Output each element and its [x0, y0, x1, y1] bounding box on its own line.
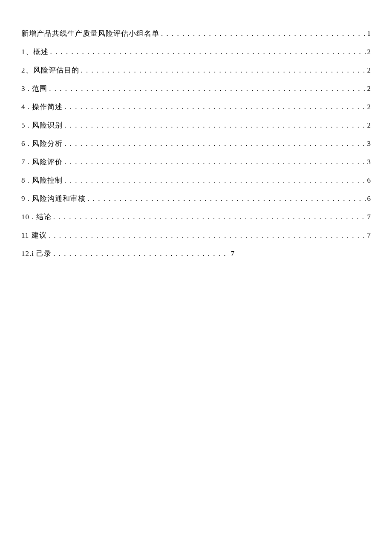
toc-leader-dots: [49, 232, 366, 239]
toc-entry: 5 . 风险识别2: [21, 122, 371, 129]
toc-entry: 3 . 范围2: [21, 85, 371, 92]
toc-entry: 9 . 风险沟通和审核6: [21, 195, 371, 202]
toc-entry: 新增产品共线生产质量风险评估小组名单1: [21, 30, 371, 37]
toc-page-number: 1: [367, 30, 371, 37]
toc-leader-dots: [64, 103, 365, 110]
toc-page-number: 3: [367, 158, 371, 166]
toc-page-number: 7: [231, 250, 235, 257]
toc-entry: 12.i 己录7: [21, 250, 234, 257]
toc-leader-dots: [53, 213, 366, 221]
toc-leader-dots: [87, 195, 365, 202]
toc-label: 11 建议: [21, 232, 47, 239]
toc-page-number: 7: [367, 213, 371, 221]
toc-label: 5 . 风险识别: [21, 122, 63, 129]
toc-leader-dots: [81, 67, 366, 74]
toc-page-number: 6: [367, 177, 371, 184]
toc-page-number: 2: [367, 48, 371, 55]
toc-entry: 4 . 操作简述2: [21, 103, 371, 110]
toc-label: 6 . 风险分析: [21, 140, 63, 147]
toc-label: 3 . 范围: [21, 85, 47, 92]
toc-leader-dots: [53, 250, 229, 257]
toc-label: 1、概述: [21, 48, 49, 55]
toc-label: 8 . 风险控制: [21, 177, 63, 184]
toc-entry: 1、概述2: [21, 48, 371, 55]
toc-label: 2、风险评估目的: [21, 67, 79, 74]
toc-entry: 2、风险评估目的2: [21, 67, 371, 74]
table-of-contents: 新增产品共线生产质量风险评估小组名单11、概述22、风险评估目的23 . 范围2…: [21, 30, 371, 257]
toc-page-number: 2: [367, 85, 371, 92]
toc-leader-dots: [50, 48, 366, 55]
toc-leader-dots: [64, 140, 365, 147]
toc-label: 12.i 己录: [21, 250, 52, 257]
toc-leader-dots: [64, 177, 365, 184]
toc-label: 新增产品共线生产质量风险评估小组名单: [21, 30, 159, 37]
toc-page-number: 2: [367, 67, 371, 74]
document-page: 新增产品共线生产质量风险评估小组名单11、概述22、风险评估目的23 . 范围2…: [0, 0, 392, 290]
toc-entry: 8 . 风险控制6: [21, 177, 371, 184]
toc-entry: 11 建议7: [21, 232, 371, 239]
toc-leader-dots: [64, 122, 365, 129]
toc-page-number: 3: [367, 140, 371, 147]
toc-entry: 6 . 风险分析3: [21, 140, 371, 147]
toc-page-number: 2: [367, 122, 371, 129]
toc-label: 10 . 结论: [21, 213, 52, 221]
toc-entry: 7 . 风险评价3: [21, 158, 371, 166]
toc-label: 4 . 操作简述: [21, 103, 63, 110]
toc-page-number: 2: [367, 103, 371, 110]
toc-leader-dots: [64, 158, 365, 166]
toc-page-number: 7: [367, 232, 371, 239]
toc-label: 9 . 风险沟通和审核: [21, 195, 86, 202]
toc-page-number: 6: [367, 195, 371, 202]
toc-entry: 10 . 结论7: [21, 213, 371, 221]
toc-leader-dots: [161, 30, 366, 37]
toc-label: 7 . 风险评价: [21, 158, 63, 166]
toc-leader-dots: [49, 85, 365, 92]
